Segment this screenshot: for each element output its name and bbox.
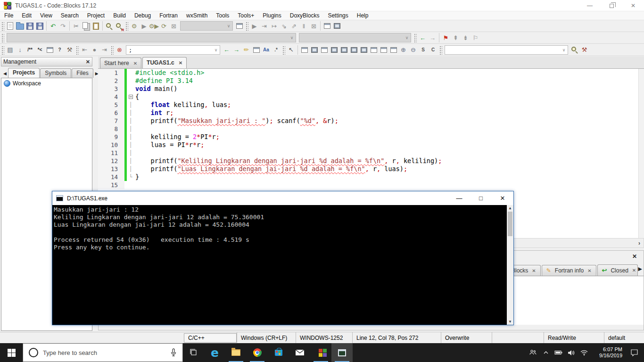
toolbar-grip[interactable] [1,21,4,31]
tab-scroll-left-icon[interactable]: ◀ [2,71,8,78]
menu-project[interactable]: Project [83,12,109,19]
new-file-icon[interactable] [5,21,15,31]
toolbar-grip[interactable] [125,21,128,31]
taskbar-clock[interactable]: 6:07 PM 9/16/2019 [590,346,624,359]
tab-close-icon[interactable]: ✕ [587,268,591,273]
scroll-right-icon[interactable]: › [635,240,644,247]
chevron-down-icon[interactable]: ∨ [212,48,220,52]
volume-icon[interactable] [565,343,578,362]
nav-back-icon[interactable]: ← [418,33,428,43]
redo-icon[interactable]: ↷ [58,21,68,31]
doxyblocks-settings-icon[interactable]: ⚒ [65,45,74,55]
incsearch-prev-icon[interactable]: ← [222,45,231,55]
wxsmith-book-icon[interactable] [319,45,329,55]
taskbar-chrome[interactable] [247,343,268,362]
management-close-icon[interactable]: ✕ [86,59,90,65]
editor-tab-start-here[interactable]: Start here✕ [100,58,141,68]
console-minimize-button[interactable]: — [448,191,470,205]
find-icon[interactable] [104,21,114,31]
select-target-icon[interactable] [234,21,244,31]
logs-tab-scroll-right-icon[interactable]: ▶ [638,266,642,272]
step-into-icon[interactable]: ⇘ [279,21,289,31]
compile-icon[interactable]: ⚙ [129,21,139,31]
minimize-button[interactable]: — [579,0,601,11]
trace-back-icon[interactable]: ⇤ [80,45,90,55]
menu-doxyblocks[interactable]: DoxyBlocks [286,12,324,19]
incsearch-regex-icon[interactable]: .* [271,45,281,55]
console-close-button[interactable]: ✕ [492,191,513,205]
run-icon[interactable]: ▶ [139,21,149,31]
taskbar-console[interactable] [331,343,353,362]
scroll-up-icon[interactable]: ▲ [508,205,512,211]
console-scrollbar[interactable]: ▲ ▼ [507,205,513,325]
debug-pause-icon[interactable]: ‖ [299,21,309,31]
doxyblocks-extract-icon[interactable] [45,45,55,55]
toolbar-grip[interactable] [110,45,114,55]
toggle-bookmark-icon[interactable]: ⚑ [441,33,451,43]
compiler-toolbar-combo[interactable]: ∨ [7,33,296,42]
fold-collapse-icon[interactable] [129,95,133,99]
editor-tab-tugas1.c[interactable]: TUGAS1.c✕ [142,57,187,68]
logs-tab-fortran-info[interactable]: ✎Fortran info✕ [542,265,596,276]
console-titlebar[interactable]: D:\TUGAS1.exe — □ ✕ [52,191,513,205]
wxsmith-align-left-icon[interactable] [369,45,379,55]
copy-icon[interactable] [81,21,91,31]
menu-fortran[interactable]: Fortran [155,12,182,19]
console-body[interactable]: Masukkan jari-jari : 12 Keliling Lingkar… [52,205,513,325]
fortran-jump-icon[interactable]: ↓ [15,45,25,55]
menu-settings[interactable]: Settings [323,12,352,19]
chevron-down-icon[interactable]: ∨ [403,35,411,40]
next-bookmark-icon[interactable]: ⇟ [461,33,471,43]
task-view-button[interactable] [183,343,204,362]
start-button[interactable] [0,343,23,362]
build-and-run-icon[interactable]: ⚙▶ [149,21,159,31]
tab-close-icon[interactable]: ✕ [632,268,636,273]
menu-file[interactable]: File [0,12,17,19]
restore-button[interactable] [601,0,622,11]
fortran-browser-icon[interactable]: ▤ [5,45,15,55]
menu-tools+[interactable]: Tools+ [233,12,258,19]
toolbar-grip[interactable] [245,21,248,31]
rebuild-icon[interactable]: ⟳ [159,21,169,31]
menu-debug[interactable]: Debug [130,12,155,19]
fold-margin[interactable] [127,93,134,101]
paste-icon[interactable] [91,21,101,31]
toolbar-options-icon[interactable]: ⚒ [579,45,589,55]
doxyblocks-comment-icon[interactable]: /** [25,45,35,55]
logs-close-icon[interactable]: ✕ [632,253,637,260]
debugging-windows-icon[interactable] [322,21,332,31]
trace-current-icon[interactable]: ● [90,45,99,55]
save-all-files-icon[interactable] [35,21,45,31]
code-completion-combo[interactable]: ∨ [299,33,411,42]
replace-icon[interactable]: R [114,21,124,31]
chevron-down-icon[interactable]: ∨ [225,24,232,28]
incsearch-combo[interactable]: ;∨ [126,45,220,55]
open-file-icon[interactable] [15,21,25,31]
incsearch-highlight-icon[interactable]: ✏ [241,45,251,55]
taskbar-mail[interactable] [289,343,310,362]
close-button[interactable]: ✕ [622,0,644,11]
nav-forward-icon[interactable]: → [428,33,438,43]
wxsmith-stretch-icon[interactable]: S [418,45,428,55]
menu-help[interactable]: Help [353,12,373,19]
toolbar-grip[interactable] [439,45,442,55]
wxsmith-align-center-icon[interactable] [379,45,388,55]
chevron-down-icon[interactable]: ∨ [288,35,296,40]
editor-vertical-scrollbar[interactable] [638,69,644,238]
stop-debugger-icon[interactable]: ⊠ [309,21,319,31]
battery-icon[interactable] [552,343,565,362]
management-tab-projects[interactable]: Projects [8,68,40,78]
taskbar-store[interactable] [268,343,289,362]
action-center-button[interactable] [624,343,644,362]
wxsmith-panel-icon[interactable] [309,45,319,55]
wifi-icon[interactable] [578,343,590,362]
incsearch-clear-icon[interactable]: ⊗ [115,45,124,55]
toolbar-grip[interactable] [1,45,4,55]
taskbar-file-explorer[interactable] [225,343,247,362]
incsearch-next-icon[interactable]: → [231,45,241,55]
symbols-search-combo[interactable]: ∨ [445,45,568,55]
wxsmith-zoom-in-icon[interactable]: ⊕ [398,45,408,55]
incsearch-selected-only-icon[interactable] [251,45,261,55]
symbols-search-icon[interactable] [570,45,579,55]
wxsmith-zoom-out-icon[interactable]: ⊖ [408,45,418,55]
